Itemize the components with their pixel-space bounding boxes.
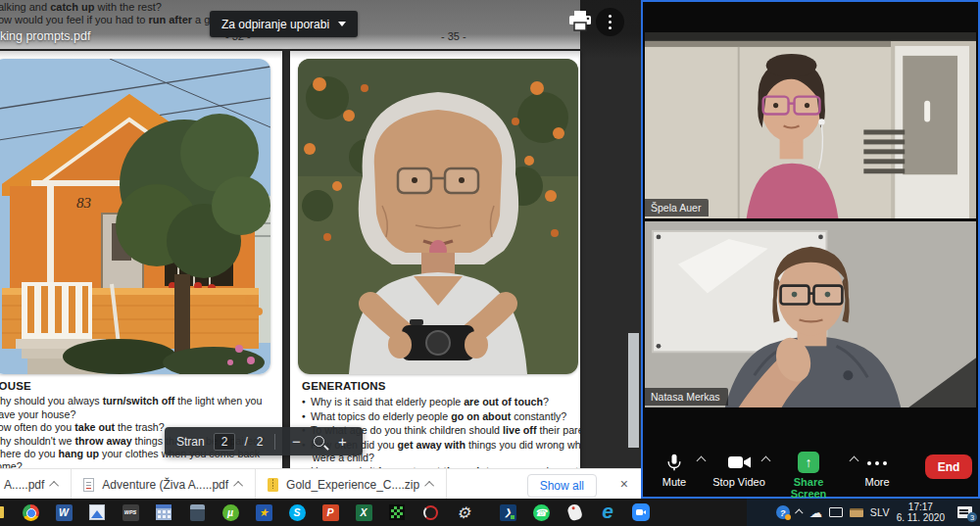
download-item-1[interactable]: A.....pdf — [0, 469, 72, 500]
show-all-button[interactable]: Show all — [527, 474, 597, 498]
screen: walking and catch up with the rest? How … — [0, 0, 980, 526]
page-divider: / — [244, 435, 247, 449]
help-icon[interactable] — [776, 505, 790, 519]
grid-icon[interactable] — [385, 501, 409, 524]
close-downloads-icon[interactable]: × — [620, 477, 628, 491]
word-icon[interactable] — [52, 501, 75, 524]
open-with-label: Za odpiranje uporabi — [221, 18, 329, 31]
house-number: 83 — [76, 195, 91, 211]
microphone-icon — [653, 450, 696, 473]
chevron-up-icon[interactable] — [233, 481, 243, 491]
mute-options-chevron[interactable] — [697, 456, 707, 466]
print-icon — [568, 11, 592, 31]
excel-icon[interactable] — [352, 501, 375, 524]
pdf-scrollbar-thumb[interactable] — [628, 333, 639, 448]
taskbar-apps — [0, 499, 658, 526]
edge-icon[interactable] — [596, 501, 619, 524]
chevron-up-icon[interactable] — [49, 481, 59, 491]
generations-question: Why is it said that elderly people are o… — [302, 395, 580, 408]
pdf-page-left: 83 — [0, 51, 282, 468]
chevron-up-icon[interactable] — [797, 509, 803, 515]
download-item-2[interactable]: Adventure (Živa A.....pdf — [72, 469, 256, 500]
zip-file-icon — [268, 478, 278, 492]
current-page-input[interactable]: 2 — [214, 433, 236, 451]
house-heading: HOUSE — [0, 380, 278, 393]
print-button[interactable] — [568, 11, 592, 31]
zoom-in-button[interactable]: + — [333, 433, 351, 450]
mute-button[interactable]: Mute — [653, 450, 696, 488]
selfie-photo-graphic — [298, 59, 578, 374]
zoom-out-button[interactable]: − — [287, 433, 305, 450]
whatsapp-icon[interactable] — [529, 501, 553, 524]
pdf-viewer: walking and catch up with the rest? How … — [0, 0, 642, 468]
system-tray: SLV 17:17 6. 11. 2020 3 — [747, 499, 980, 526]
end-call-button[interactable]: End — [925, 454, 972, 479]
wps-icon[interactable] — [119, 501, 142, 524]
more-label: More — [855, 476, 900, 488]
skype-icon[interactable] — [285, 501, 309, 524]
toolbar-divider — [274, 434, 275, 450]
tray-icons — [776, 503, 863, 521]
photos-icon[interactable] — [85, 501, 109, 524]
download-filename: Gold_Experience_C....zip — [286, 478, 419, 492]
house-question: Why should you always turn/switch off th… — [0, 395, 278, 421]
more-button[interactable]: More — [855, 450, 900, 488]
clock[interactable]: 17:17 6. 11. 2020 — [897, 502, 945, 524]
generations-heading: GENERATIONS — [302, 380, 580, 393]
pdf-filename: king prompts.pdf — [0, 29, 90, 43]
chevron-up-icon[interactable] — [424, 481, 434, 491]
magnifier-icon[interactable] — [314, 436, 324, 447]
open-with-button[interactable]: Za odpiranje uporabi — [210, 11, 358, 37]
kebab-menu-icon — [609, 21, 612, 24]
clock-date: 6. 11. 2020 — [897, 512, 945, 524]
total-pages: 2 — [257, 435, 264, 449]
powerpoint-icon[interactable] — [318, 501, 342, 524]
participant-name: Špela Auer — [645, 199, 709, 216]
house-photo-graphic: 83 — [0, 59, 270, 374]
zoomapp-icon[interactable] — [629, 501, 653, 524]
dial-icon[interactable] — [418, 501, 442, 524]
generations-question: What topics do elderly people go on abou… — [302, 409, 580, 423]
calendar-icon[interactable] — [152, 501, 175, 524]
selfie-photo — [298, 59, 578, 374]
zoom-window: Špela Auer — [641, 0, 980, 499]
spela-video-graphic — [645, 32, 976, 218]
gear-icon[interactable] — [452, 501, 475, 524]
zoom-toolbar: Mute Stop Video ↑ Share Screen More — [643, 448, 978, 493]
game-icon[interactable] — [252, 501, 275, 524]
downloads-bar: A.....pdf Adventure (Živa A.....pdf Gold… — [0, 468, 642, 500]
pdf-file-icon — [83, 478, 94, 492]
video-tile-natasa[interactable]: Natasa Merkas — [645, 221, 976, 407]
natasa-video-graphic — [645, 221, 976, 407]
caret-down-icon — [338, 22, 346, 26]
stop-video-button[interactable]: Stop Video — [706, 450, 772, 488]
share-screen-label: Share Screen — [776, 476, 841, 500]
share-screen-button[interactable]: ↑ Share Screen — [776, 450, 841, 500]
clock-time: 17:17 — [897, 502, 945, 513]
card-icon[interactable] — [850, 508, 863, 517]
more-options-button[interactable] — [596, 8, 624, 36]
notification-center-icon[interactable]: 3 — [957, 506, 972, 518]
stop-video-label: Stop Video — [706, 476, 772, 488]
participant-name: Natasa Merkas — [645, 388, 728, 406]
utorrent-icon[interactable] — [219, 501, 242, 524]
monitor-icon[interactable] — [829, 507, 843, 517]
download-filename: Adventure (Živa A.....pdf — [102, 478, 228, 492]
house-photo: 83 — [0, 59, 270, 374]
notification-badge: 3 — [967, 512, 977, 522]
folder-icon[interactable] — [0, 501, 9, 524]
pdf-page-right: GENERATIONS Why is it said that elderly … — [290, 51, 580, 468]
browser-window: walking and catch up with the rest? How … — [0, 0, 642, 500]
mouse-icon[interactable] — [563, 501, 586, 524]
download-item-3[interactable]: Gold_Experience_C....zip — [256, 469, 447, 500]
cloud-icon[interactable] — [809, 503, 822, 521]
devtool-icon[interactable] — [496, 501, 519, 524]
video-tile-spela[interactable]: Špela Auer — [645, 32, 976, 218]
language-indicator[interactable]: SLV — [870, 506, 890, 518]
chrome-icon[interactable] — [19, 501, 42, 524]
taskbar: SLV 17:17 6. 11. 2020 3 — [0, 499, 980, 526]
more-dots-icon — [855, 450, 900, 473]
download-filename: A.....pdf — [4, 478, 44, 492]
calculator-icon[interactable] — [185, 501, 209, 524]
share-screen-icon: ↑ — [776, 450, 841, 473]
